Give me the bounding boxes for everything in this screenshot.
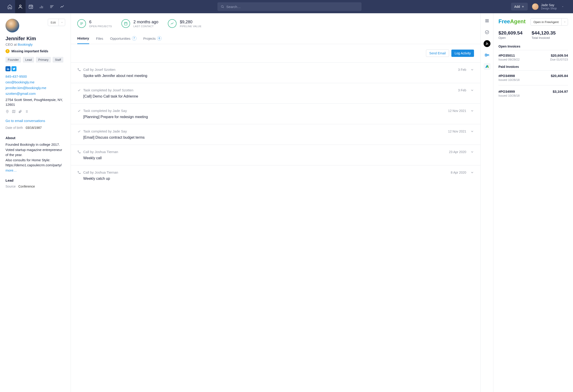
linkedin-icon[interactable] (5, 66, 11, 71)
about-text: Founded Bookingly in college 2017. Voted… (5, 142, 65, 173)
more-link[interactable]: more… (5, 168, 17, 172)
tab-files[interactable]: Files (96, 34, 103, 44)
phone-link[interactable]: 845-437-9500 (5, 74, 65, 78)
dob-value: 03/16/1987 (26, 126, 42, 130)
home-icon[interactable] (5, 0, 15, 13)
phone-icon (77, 150, 81, 154)
invoice-row[interactable]: #PO34998 Issued 10/26/18 $20,405.84 (499, 74, 568, 82)
apps-icon[interactable] (483, 17, 490, 24)
feed-item[interactable]: Call by Joshua Tiernan 23 Apr 2020 Weekl… (71, 145, 480, 165)
feed-item[interactable]: Task completed by Josef Szotten 3 Feb [C… (71, 83, 480, 104)
address: 2754 Scott Street, Poughkeepsie, NY, 126… (5, 97, 65, 107)
tab-history[interactable]: History (77, 34, 89, 44)
warning-row[interactable]: ! Missing important fields (5, 49, 65, 53)
open-freeagent-button[interactable]: Open in FreeAgent (531, 18, 568, 26)
invoice-due: Due 01/07/23 (550, 58, 568, 61)
paid-invoices-header: Paid Invoices (499, 65, 568, 70)
freeagent-icon[interactable] (483, 63, 490, 70)
tag[interactable]: Founder (5, 57, 21, 63)
svg-rect-9 (486, 21, 487, 22)
email-link[interactable]: ceo@bookingly.me (5, 80, 65, 84)
projects-icon (77, 19, 86, 28)
map-icon[interactable] (12, 110, 16, 113)
chevron-down-icon[interactable] (470, 130, 474, 133)
tab-opportunities[interactable]: Opportunities7 (110, 34, 136, 44)
tab-badge: 7 (132, 36, 137, 41)
open-freeagent-label[interactable]: Open in FreeAgent (531, 20, 561, 24)
tag[interactable]: Lead (23, 57, 34, 63)
invoice-row[interactable]: #PO35011 Issued 09/29/22 $20,609.54 Due … (499, 53, 568, 61)
search-input[interactable] (226, 5, 358, 9)
invoice-amount: $20,609.54 (550, 53, 568, 57)
lead-header: Lead (5, 178, 65, 182)
dob-row: Date of birth 03/16/1987 (5, 126, 65, 130)
user-shop: Design Shop (541, 7, 557, 10)
invoice-row[interactable]: #PO34999 Issued 10/26/18 $3,104.97 (499, 89, 568, 97)
contact-sidebar: Edit Jennifer Kim CEO at Bookingly ! Mis… (0, 13, 71, 392)
company-link[interactable]: Bookingly (18, 42, 33, 46)
pin-icon[interactable] (5, 110, 9, 113)
check-icon (77, 130, 81, 133)
contact-title: CEO at Bookingly (5, 42, 65, 46)
stats-row: 6OPEN PROJECTS 2 months agoLAST CONTACT … (71, 13, 480, 34)
chevron-down-icon[interactable] (470, 150, 474, 154)
invoice-issued: Issued 10/26/18 (499, 78, 520, 82)
social-links (5, 66, 65, 71)
chevron-down-icon[interactable] (470, 88, 474, 92)
feed-title: [Planning] Prepare for redesign meeting (83, 115, 474, 119)
edit-label[interactable]: Edit (48, 19, 58, 26)
search-box[interactable] (217, 2, 361, 11)
people-icon[interactable] (15, 0, 26, 13)
rss-icon[interactable] (483, 40, 490, 47)
contact-details: 845-437-9500 ceo@bookingly.me jennifer.k… (5, 74, 65, 107)
feed-date: 3 Feb (458, 68, 466, 71)
chevron-down-icon[interactable] (470, 68, 474, 71)
feed-date: 12 Nov 2021 (448, 130, 466, 133)
contact-name: Jennifer Kim (5, 36, 65, 42)
feed-item[interactable]: Task completed by Jade Say 12 Nov 2021 [… (71, 124, 480, 145)
outlook-icon[interactable] (483, 52, 490, 58)
chevron-down-icon[interactable] (470, 171, 474, 174)
paperclip-icon[interactable] (18, 110, 22, 113)
chart-icon[interactable] (36, 0, 47, 13)
phone-icon (77, 68, 81, 71)
warning-icon: ! (5, 49, 10, 53)
twitter-icon[interactable] (11, 66, 17, 71)
tag[interactable]: Staff (53, 57, 63, 63)
email-conversations-link[interactable]: Go to email conversations (5, 119, 65, 123)
feed-item[interactable]: Call by Joshua Tiernan 8 Apr 2020 Weekly… (71, 165, 480, 186)
email-link[interactable]: szotten@gmail.com (5, 92, 65, 96)
feed-item[interactable]: Call by Josef Szotten 3 Feb Spoke with J… (71, 63, 480, 83)
feed-date: 8 Apr 2020 (451, 171, 466, 174)
list-icon[interactable] (47, 0, 57, 13)
chevron-down-icon[interactable] (470, 109, 474, 113)
stat-pipeline[interactable]: $9,280PIPELINE VALUE (168, 19, 201, 28)
chevron-down-icon (561, 5, 564, 8)
feed-title: Spoke with Jennifer about next meeting (83, 74, 474, 78)
svg-point-14 (485, 54, 486, 56)
trend-icon[interactable] (57, 0, 68, 13)
stat-value: 6 (89, 20, 112, 24)
log-activity-button[interactable]: Log Activity (451, 50, 474, 57)
email-link[interactable]: jennifer.kim@bookingly.me (5, 86, 65, 90)
stat-last-contact[interactable]: 2 months agoLAST CONTACT (121, 19, 158, 28)
feed-item[interactable]: Task completed by Jade Say 12 Nov 2021 [… (71, 104, 480, 124)
main-content: 6OPEN PROJECTS 2 months agoLAST CONTACT … (71, 13, 481, 392)
feed-title: Weekly catch up (83, 177, 474, 181)
tab-projects[interactable]: Projects6 (143, 34, 162, 44)
calendar-icon[interactable] (26, 0, 36, 13)
feed-by: Call by Joshua Tiernan (83, 150, 447, 154)
check-circle-icon[interactable] (483, 29, 490, 36)
send-email-button[interactable]: Send Email (426, 50, 449, 57)
open-freeagent-dropdown[interactable] (561, 18, 568, 25)
edit-dropdown[interactable] (58, 19, 65, 26)
source-value: Conference (18, 185, 35, 188)
stat-open-projects[interactable]: 6OPEN PROJECTS (77, 19, 112, 28)
check-icon (77, 88, 81, 92)
tag[interactable]: Primary (36, 57, 51, 63)
edit-button[interactable]: Edit (48, 19, 65, 26)
list-icon[interactable] (25, 110, 28, 113)
nav-icon-group (5, 0, 68, 13)
add-button[interactable]: Add (511, 3, 528, 11)
user-menu[interactable]: Jade Say Design Shop (532, 3, 568, 10)
